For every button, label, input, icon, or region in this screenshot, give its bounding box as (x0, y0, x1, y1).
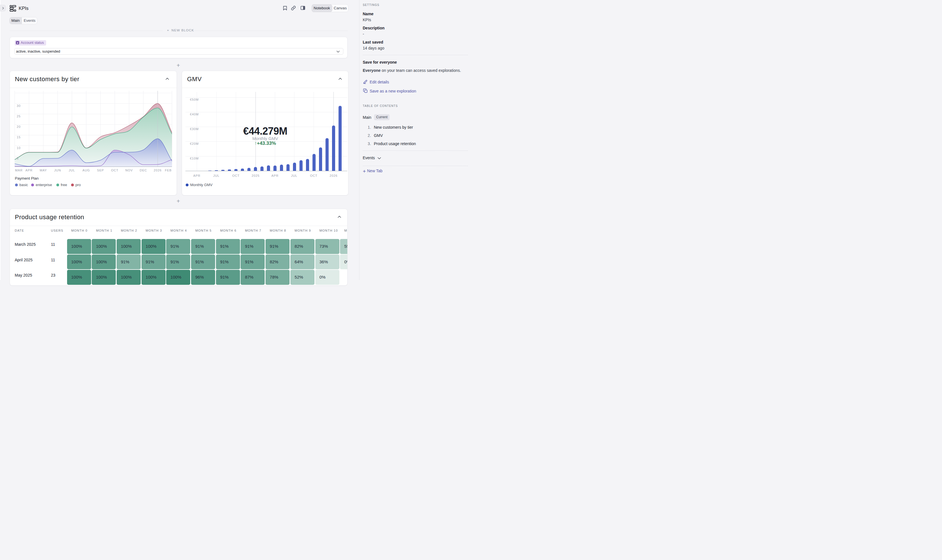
svg-text:JUL: JUL (68, 169, 75, 172)
svg-text:25: 25 (17, 114, 21, 118)
svg-text:€10M: €10M (190, 156, 199, 160)
svg-text:2026: 2026 (153, 169, 161, 172)
svg-text:30: 30 (17, 104, 21, 107)
svg-text:APR: APR (271, 174, 279, 177)
svg-text:SEP: SEP (97, 169, 104, 172)
svg-text:MAR: MAR (15, 169, 23, 172)
svg-text:NOV: NOV (125, 169, 133, 172)
svg-text:FEB: FEB (165, 169, 171, 172)
svg-text:€40M: €40M (190, 112, 199, 116)
svg-text:15: 15 (17, 135, 21, 139)
svg-text:€30M: €30M (190, 127, 199, 131)
svg-text:5: 5 (17, 156, 19, 160)
svg-text:↑+43.33%: ↑+43.33% (254, 140, 276, 146)
svg-text:2026: 2026 (330, 174, 338, 177)
svg-text:2025: 2025 (251, 174, 259, 177)
svg-text:DEC: DEC (140, 169, 147, 172)
svg-text:€20M: €20M (190, 142, 199, 145)
svg-text:APR: APR (25, 169, 32, 172)
svg-text:€44.279M: €44.279M (243, 125, 287, 137)
svg-text:€50M: €50M (190, 98, 199, 101)
svg-text:10: 10 (17, 146, 21, 149)
svg-text:20: 20 (17, 125, 21, 128)
svg-text:Monthly GMV: Monthly GMV (253, 136, 278, 141)
svg-text:JUN: JUN (54, 169, 61, 172)
svg-text:MAY: MAY (40, 169, 47, 172)
svg-text:OCT: OCT (233, 174, 240, 177)
svg-text:AUG: AUG (82, 169, 90, 172)
svg-text:OCT: OCT (111, 169, 118, 172)
svg-text:APR: APR (193, 174, 200, 177)
svg-text:JUL: JUL (291, 174, 297, 177)
svg-text:OCT: OCT (310, 174, 318, 177)
svg-text:JUL: JUL (213, 174, 219, 177)
